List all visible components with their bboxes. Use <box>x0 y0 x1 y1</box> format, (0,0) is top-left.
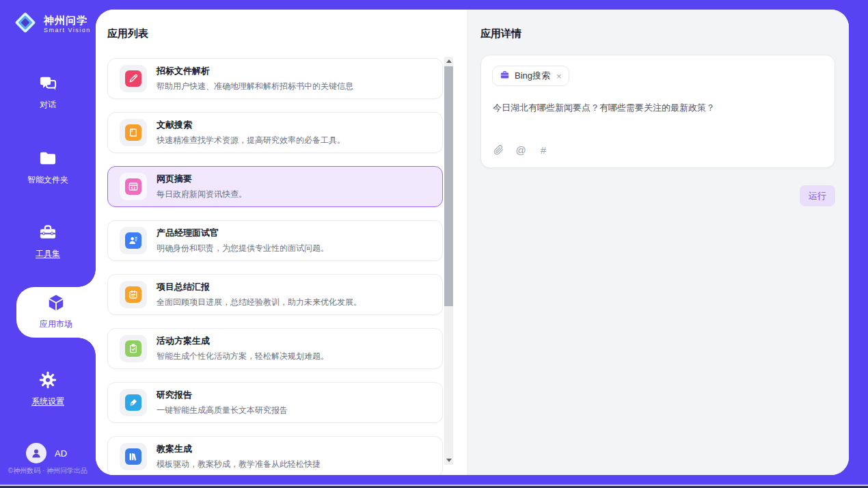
app-description: 一键智能生成高质量长文本研究报告 <box>157 405 288 416</box>
app-name: 教案生成 <box>157 443 321 455</box>
app-list-item[interactable]: 研究报告 一键智能生成高质量长文本研究报告 <box>107 382 443 423</box>
app-list-item[interactable]: 招标文件解析 帮助用户快速、准确地理解和解析招标书中的关键信息 <box>107 58 443 99</box>
chat-icon <box>38 74 57 93</box>
app-list-item[interactable]: 文献搜索 快速精准查找学术资源，提高研究效率的必备工具。 <box>107 112 443 153</box>
app-name: 活动方案生成 <box>157 335 329 347</box>
scrollbar-thumb[interactable] <box>444 66 453 306</box>
app-list-item[interactable]: 活动方案生成 智能生成个性化活动方案，轻松解决规划难题。 <box>107 328 443 369</box>
app-description: 全面回顾项目进展，总结经验教训，助力未来优化发展。 <box>157 297 362 308</box>
app-description: 明确身份和职责，为您提供专业性的面试问题。 <box>157 243 329 254</box>
app-name: 研究报告 <box>157 389 288 401</box>
scrollbar-down-button[interactable] <box>444 456 453 465</box>
folder-icon <box>38 149 57 168</box>
close-icon[interactable]: × <box>556 72 562 81</box>
sidebar-item-label: 工具集 <box>36 249 60 258</box>
book-icon <box>125 124 141 141</box>
arrow-down-icon <box>446 459 452 462</box>
toolbox-icon <box>38 223 57 242</box>
pencil-edit-icon <box>125 70 141 87</box>
app-list-item[interactable]: 项目总结汇报 全面回顾项目进展，总结经验教训，助力未来优化发展。 <box>107 274 443 315</box>
arrow-up-icon <box>446 59 452 63</box>
sidebar-item-toolset[interactable]: 工具集 <box>0 223 96 260</box>
main-content: 应用列表 招标文件解析 帮助用户快速、准确地理解和解析招标书中的关键信息 文献搜… <box>96 10 849 475</box>
app-detail-title: 应用详情 <box>480 27 521 40</box>
gear-icon <box>38 370 57 390</box>
pen-icon <box>125 394 141 411</box>
hash-icon[interactable]: # <box>538 144 549 155</box>
app-list-scrollbar[interactable] <box>444 57 453 465</box>
at-icon[interactable]: @ <box>515 144 526 155</box>
sidebar-item-app-market[interactable]: 应用市场 <box>16 287 96 338</box>
app-name: 文献搜索 <box>157 119 345 131</box>
paperclip-icon[interactable] <box>493 144 504 155</box>
brand-name: 神州问学 <box>44 14 91 27</box>
app-list-item[interactable]: 教案生成 模板驱动，教案秒成，教学准备从此轻松快捷 <box>107 436 443 475</box>
app-name: 网页摘要 <box>157 173 247 185</box>
app-detail-panel: 应用详情 Bing搜索 × 今日湖北有哪些新闻要点？有哪些需要关注的最新政策？ <box>467 10 849 475</box>
sidebar-item-label: 应用市场 <box>40 319 72 329</box>
app-description: 帮助用户快速、准确地理解和解析招标书中的关键信息 <box>157 81 353 92</box>
app-list-item[interactable]: 产品经理面试官 明确身份和职责，为您提供专业性的面试问题。 <box>107 220 443 261</box>
brand-diamond-icon <box>12 10 38 38</box>
app-name: 产品经理面试官 <box>157 227 329 239</box>
tool-chip-label: Bing搜索 <box>515 70 550 82</box>
prompt-input-card[interactable]: Bing搜索 × 今日湖北有哪些新闻要点？有哪些需要关注的最新政策？ @ # <box>480 55 835 168</box>
scrollbar-up-button[interactable] <box>444 57 453 66</box>
clipboard-check-icon <box>125 340 141 357</box>
briefcase-icon <box>500 70 510 83</box>
tool-chip-bing-search[interactable]: Bing搜索 × <box>492 66 569 86</box>
run-button[interactable]: 运行 <box>800 185 835 206</box>
input-toolbar: @ # <box>493 144 549 155</box>
sidebar-item-settings[interactable]: 系统设置 <box>0 370 96 407</box>
app-name: 项目总结汇报 <box>157 281 362 293</box>
app-description: 模板驱动，教案秒成，教学准备从此轻松快捷 <box>157 459 321 470</box>
avatar <box>26 443 46 463</box>
app-list-item[interactable]: 网页摘要 每日政府新闻资讯快查。 <box>107 166 443 207</box>
interviewer-icon <box>125 232 141 249</box>
app-description: 智能生成个性化活动方案，轻松解决规划难题。 <box>157 351 329 362</box>
sidebar-item-smart-folder[interactable]: 智能文件夹 <box>0 149 96 186</box>
sidebar-item-label: 对话 <box>40 100 56 109</box>
app-name: 招标文件解析 <box>157 65 353 77</box>
app-description: 快速精准查找学术资源，提高研究效率的必备工具。 <box>157 135 345 146</box>
user-account[interactable]: AD <box>26 443 67 463</box>
sidebar: 神州问学 Smart Vision 对话 智能文件夹 <box>0 0 96 485</box>
copyright-footer: ©神州数码 · 神州问学出品 <box>0 466 96 476</box>
browser-code-icon <box>125 178 141 195</box>
sidebar-item-chat[interactable]: 对话 <box>0 74 96 111</box>
app-description: 每日政府新闻资讯快查。 <box>157 189 247 200</box>
sidebar-item-label: 系统设置 <box>31 396 64 406</box>
app-list-title: 应用列表 <box>107 27 148 40</box>
app-list-panel: 应用列表 招标文件解析 帮助用户快速、准确地理解和解析招标书中的关键信息 文献搜… <box>96 10 467 475</box>
books-icon <box>125 448 141 465</box>
brand-subtitle: Smart Vision <box>44 27 91 33</box>
query-text[interactable]: 今日湖北有哪些新闻要点？有哪些需要关注的最新政策？ <box>493 102 824 114</box>
cube-icon <box>46 293 66 313</box>
user-initials: AD <box>55 448 67 459</box>
app-logo: 神州问学 Smart Vision <box>12 10 91 38</box>
notepad-icon <box>125 286 141 303</box>
sidebar-item-label: 智能文件夹 <box>27 175 68 185</box>
